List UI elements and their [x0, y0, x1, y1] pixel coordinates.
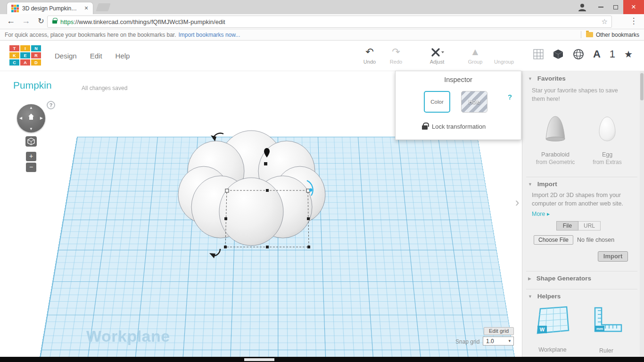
top-scale-handle[interactable]	[264, 162, 267, 165]
shape-generators-title: Shape Generators	[537, 275, 591, 282]
edge-handle[interactable]	[224, 217, 227, 220]
section-closed-icon: ▶	[528, 276, 531, 281]
import-url-tab[interactable]: URL	[578, 221, 601, 230]
corner-handle[interactable]	[307, 246, 310, 248]
home-icon[interactable]	[29, 116, 33, 120]
pan-left-icon[interactable]: ◀	[19, 116, 22, 120]
logo-letter: E	[20, 52, 30, 58]
adjust-button[interactable]: Adjust	[421, 46, 453, 65]
sidebar-collapse-chevron-icon[interactable]: ›	[513, 190, 521, 216]
pan-down-icon[interactable]: ▼	[29, 127, 33, 131]
menu-help[interactable]: Help	[109, 52, 137, 60]
minimize-icon	[598, 7, 603, 8]
sphere-icon[interactable]	[573, 48, 584, 60]
other-bookmarks-button[interactable]: Other bookmarks	[596, 32, 639, 38]
snap-grid-select[interactable]: 1.0 ▼	[483, 337, 514, 346]
back-icon[interactable]: ←	[5, 16, 17, 26]
corner-handle[interactable]	[225, 189, 229, 192]
undo-button[interactable]: ↶ Undo	[358, 46, 381, 65]
edit-grid-button[interactable]: Edit grid	[484, 327, 514, 335]
url-scheme: https	[60, 18, 74, 25]
edge-handle[interactable]	[266, 246, 269, 248]
logo-letter: K	[9, 52, 19, 58]
group-button[interactable]: ▲ Group	[463, 46, 487, 65]
help-icon[interactable]: ?	[47, 101, 55, 109]
workplane-grid-icon[interactable]	[533, 48, 544, 60]
import-button[interactable]: Import	[598, 251, 628, 262]
window-maximize-button[interactable]	[608, 0, 623, 14]
favorites-section-header[interactable]: ▼ Favorites	[528, 75, 566, 82]
scrollbar-thumb[interactable]	[640, 73, 644, 100]
shape-name: Paraboloid	[534, 151, 577, 158]
rotate-arrow-icon[interactable]	[211, 133, 223, 141]
divider	[526, 271, 637, 272]
import-section-header[interactable]: ▼ Import	[528, 181, 557, 188]
refresh-icon[interactable]: ↻	[35, 16, 47, 25]
more-link[interactable]: More ▸	[532, 210, 550, 217]
maximize-icon	[613, 5, 618, 9]
divider	[526, 177, 637, 177]
url-text: ://www.tinkercad.com/things/fQfIMJWct3M-…	[74, 18, 225, 25]
hole-swatch-button[interactable]: Hole	[461, 91, 487, 113]
import-bookmarks-link[interactable]: Import bookmarks now...	[179, 32, 240, 38]
sidebar-scrollbar[interactable]	[640, 71, 644, 362]
favorites-star-icon[interactable]: ★	[624, 48, 633, 60]
new-tab-button[interactable]	[96, 3, 111, 11]
tinkercad-logo[interactable]: T I N K E R C A D	[9, 45, 41, 66]
workplane-helper-icon: W	[535, 305, 570, 338]
pan-up-icon[interactable]: ▲	[29, 106, 33, 110]
inspector-help-icon[interactable]: ?	[508, 93, 512, 101]
zoom-out-button[interactable]: −	[26, 163, 36, 172]
inspector-title: Inspector	[396, 76, 521, 83]
section-open-icon: ▼	[528, 294, 532, 299]
cube-icon[interactable]	[553, 48, 564, 60]
view-navigation-pad[interactable]: ▲ ▼ ◀ ▶	[17, 104, 45, 132]
redo-icon: ↷	[385, 46, 407, 58]
edge-handle[interactable]	[307, 217, 310, 220]
helper-tile-workplane[interactable]: W	[535, 305, 570, 340]
redo-button[interactable]: ↷ Redo	[385, 46, 407, 65]
tab-close-icon[interactable]: ×	[83, 5, 90, 12]
pan-right-icon[interactable]: ▶	[40, 116, 43, 120]
zoom-in-button[interactable]: +	[26, 152, 36, 161]
ungroup-icon	[490, 46, 518, 58]
browser-menu-icon[interactable]: ⋮	[628, 16, 639, 26]
pumpkin-shape[interactable]	[178, 131, 325, 246]
shape-tile-paraboloid[interactable]: Paraboloid from Geometric	[534, 115, 577, 165]
window-minimize-button[interactable]	[593, 0, 608, 14]
logo-letter: D	[31, 59, 41, 66]
shape-tile-egg[interactable]: Egg from Extras	[586, 115, 629, 165]
taskbar-peek	[244, 358, 274, 361]
forward-icon[interactable]: →	[20, 16, 32, 26]
import-file-tab[interactable]: File	[556, 221, 578, 230]
rotate-arrow-icon[interactable]	[209, 249, 220, 258]
logo-letter: I	[20, 45, 30, 51]
number-1-icon[interactable]: 1	[610, 48, 615, 60]
ungroup-button[interactable]: Ungroup	[490, 46, 518, 65]
menu-design[interactable]: Design	[48, 52, 83, 60]
color-swatch-button[interactable]: Color	[424, 91, 450, 113]
workplane-badge: W	[540, 327, 545, 332]
choose-file-button[interactable]: Choose File	[534, 235, 573, 245]
profile-person-icon[interactable]	[576, 2, 588, 12]
letter-a-icon[interactable]: A	[593, 48, 601, 60]
taskbar-strip	[0, 357, 644, 362]
shapes-sidebar: ▼ Favorites Star your favorite shapes to…	[522, 71, 644, 362]
address-bar[interactable]: https ://www.tinkercad.com/things/fQfIMJ…	[47, 16, 612, 28]
save-status: All changes saved	[82, 85, 127, 91]
shape-generators-section-header[interactable]: ▶ Shape Generators	[528, 275, 591, 282]
edge-handle[interactable]	[266, 189, 269, 192]
helpers-section-header[interactable]: ▼ Helpers	[528, 293, 561, 300]
redo-label: Redo	[385, 59, 407, 65]
design-title: Pumpkin	[13, 80, 52, 91]
helper-tile-ruler[interactable]: mm	[589, 306, 623, 339]
corner-handle[interactable]	[224, 246, 227, 248]
view-cube-button[interactable]	[25, 136, 37, 147]
menu-edit[interactable]: Edit	[83, 52, 109, 60]
window-close-button[interactable]: ×	[623, 0, 644, 14]
browser-tab[interactable]: 3D design Pumpkin | Tin ×	[7, 2, 93, 14]
bookmark-star-icon[interactable]: ☆	[602, 17, 608, 26]
bookmarks-hint: For quick access, place your bookmarks h…	[5, 32, 176, 38]
lock-transformation-toggle[interactable]: Lock transformation	[422, 123, 486, 130]
group-label: Group	[463, 59, 487, 65]
